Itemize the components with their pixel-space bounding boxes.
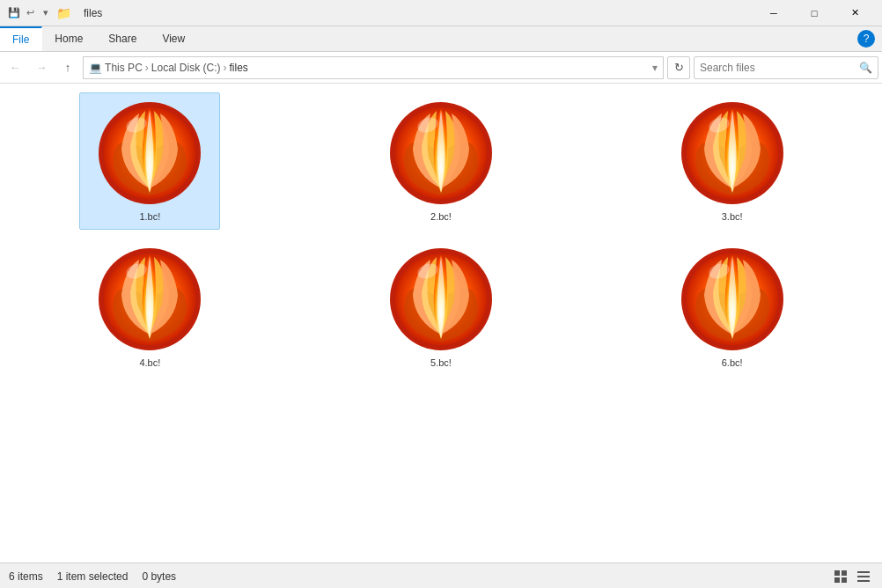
- details-view-button[interactable]: [854, 567, 873, 586]
- quick-access-toolbar: 💾 ↩ ▾: [7, 6, 53, 20]
- save-quick-icon[interactable]: 💾: [7, 6, 21, 20]
- up-button[interactable]: ↑: [56, 56, 79, 79]
- svg-rect-18: [834, 570, 840, 576]
- svg-rect-22: [857, 571, 870, 573]
- search-box[interactable]: 🔍: [694, 56, 878, 79]
- tab-view[interactable]: View: [150, 26, 198, 51]
- svg-rect-19: [842, 570, 847, 576]
- dropdown-quick-icon[interactable]: ▾: [39, 6, 53, 20]
- address-bar: ← → ↑ 💻 This PC › Local Disk (C:) › file…: [0, 52, 882, 84]
- file-label: 4.bc!: [139, 357, 160, 368]
- refresh-button[interactable]: ↻: [667, 56, 690, 79]
- selected-items-label: 1 item selected: [57, 570, 129, 583]
- forward-button[interactable]: →: [30, 56, 53, 79]
- svg-rect-24: [857, 580, 870, 582]
- file-label: 6.bc!: [722, 357, 743, 368]
- title-bar: 💾 ↩ ▾ 📁 files ─ □ ✕: [0, 0, 882, 26]
- status-bar: 6 items 1 item selected 0 bytes: [0, 562, 882, 588]
- search-icon: 🔍: [859, 62, 872, 74]
- file-item-6-bc![interactable]: 6.bc!: [662, 239, 803, 376]
- svg-rect-23: [857, 576, 870, 577]
- tab-file[interactable]: File: [0, 26, 42, 51]
- folder-icon: 📁: [56, 6, 71, 20]
- content-area: 1.bc!: [0, 84, 882, 562]
- svg-rect-21: [842, 577, 847, 583]
- window-controls: ─ □ ✕: [753, 0, 875, 26]
- window-title: files: [84, 7, 102, 19]
- file-label: 2.bc!: [430, 211, 452, 222]
- view-icons: [831, 567, 873, 586]
- close-button[interactable]: ✕: [834, 0, 875, 26]
- breadcrumb-local-disk[interactable]: Local Disk (C:): [151, 62, 221, 74]
- tab-home[interactable]: Home: [42, 26, 96, 51]
- tab-share[interactable]: Share: [96, 26, 150, 51]
- file-item-5-bc![interactable]: 5.bc!: [371, 239, 511, 376]
- breadcrumb-this-pc[interactable]: 💻 This PC: [89, 62, 143, 74]
- search-input[interactable]: [700, 62, 859, 74]
- file-item-2-bc![interactable]: 2.bc!: [371, 92, 511, 230]
- file-item-1-bc![interactable]: 1.bc!: [79, 92, 220, 230]
- file-label: 1.bc!: [139, 211, 160, 222]
- ribbon-tabs: File Home Share View ?: [0, 26, 882, 51]
- address-dropdown-icon[interactable]: ▾: [652, 62, 658, 74]
- file-item-4-bc![interactable]: 4.bc!: [79, 239, 220, 376]
- ribbon: File Home Share View ?: [0, 26, 882, 52]
- file-label: 5.bc!: [430, 357, 452, 368]
- maximize-button[interactable]: □: [794, 0, 834, 26]
- file-item-3-bc![interactable]: 3.bc!: [662, 92, 803, 230]
- total-items-label: 6 items: [9, 570, 43, 583]
- size-label: 0 bytes: [142, 570, 176, 583]
- breadcrumb-current[interactable]: files: [229, 62, 247, 74]
- undo-quick-icon[interactable]: ↩: [23, 6, 37, 20]
- back-button[interactable]: ←: [4, 56, 26, 79]
- svg-rect-20: [834, 577, 840, 583]
- file-grid: 1.bc!: [0, 84, 882, 562]
- minimize-button[interactable]: ─: [753, 0, 794, 26]
- help-button[interactable]: ?: [857, 30, 875, 48]
- file-label: 3.bc!: [722, 211, 743, 222]
- large-icons-view-button[interactable]: [831, 567, 850, 586]
- address-path[interactable]: 💻 This PC › Local Disk (C:) › files ▾: [83, 56, 664, 79]
